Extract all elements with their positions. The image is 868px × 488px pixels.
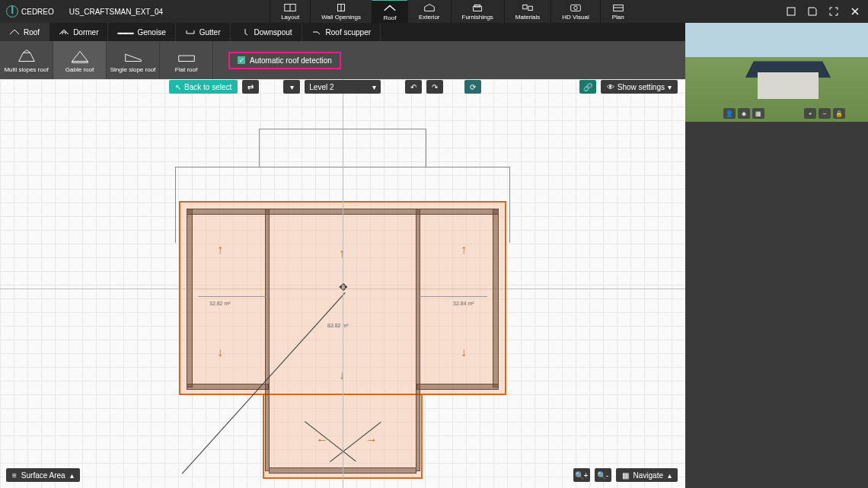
move-crosshair-icon[interactable]: ✥: [339, 281, 348, 293]
preview-3d[interactable]: 👤 ◈ ▦ + − 🔒: [685, 23, 868, 122]
redo-button[interactable]: ↷: [426, 80, 443, 94]
chevron-down-icon: ▾: [290, 83, 294, 91]
link-icon: 🔗: [583, 83, 592, 91]
preview-walk-button[interactable]: ◈: [738, 108, 750, 119]
arrow-down-icon: ↓: [461, 346, 467, 359]
arrow-down-icon: ↓: [217, 346, 223, 359]
save-button[interactable]: [806, 5, 819, 18]
refresh-button[interactable]: ⟳: [464, 80, 481, 94]
tab-plan[interactable]: Plan: [600, 0, 636, 23]
auto-detect-label: Automatic roof detection: [250, 56, 332, 65]
link-button[interactable]: 🔗: [579, 80, 596, 94]
checkbox-icon: ✓: [238, 56, 245, 64]
auto-detect-checkbox-area[interactable]: ✓ Automatic roof detection: [228, 52, 341, 69]
subtab-dormer[interactable]: Dormer: [49, 23, 108, 41]
svg-rect-12: [787, 8, 795, 15]
chevron-down-icon: ▾: [668, 83, 672, 91]
canvas-2d[interactable]: 32.82 m² 82.82 m² 32.84 m² ↑ ↑ ↑ ↓ ↓ ↓ ←…: [0, 79, 685, 488]
redo-icon: ↷: [432, 83, 438, 91]
tab-materials[interactable]: Materials: [504, 0, 550, 23]
undo-button[interactable]: ↶: [405, 80, 422, 94]
bottom-left-controls: ≡Surface Area▴: [6, 468, 80, 482]
genoise-icon: ▬▬▬: [117, 30, 133, 35]
svg-rect-7: [528, 6, 532, 10]
arrow-down-icon: ↓: [339, 368, 345, 382]
tab-wall-openings[interactable]: Wall Openings: [310, 0, 372, 23]
tab-exterior[interactable]: Exterior: [407, 0, 451, 23]
side-panel: [685, 122, 868, 488]
arrow-right-icon: →: [365, 433, 378, 447]
preview-zoom-out-button[interactable]: −: [819, 108, 831, 119]
tab-hd-visual[interactable]: HD Visual: [550, 0, 599, 23]
surface-area-dropdown[interactable]: ≡Surface Area▴: [6, 468, 80, 482]
brand-name: CEDREO: [21, 8, 54, 16]
chevron-down-icon: ▾: [372, 83, 376, 91]
swap-icon: ⇄: [247, 83, 254, 91]
subtab-roof[interactable]: Roof: [0, 23, 49, 41]
logo-icon: [6, 5, 18, 18]
svg-point-9: [574, 6, 578, 10]
back-to-select-button[interactable]: ↖Back to select: [169, 80, 238, 94]
tool-multi-slopes[interactable]: Multi slopes roof: [0, 41, 53, 79]
tool-single-slope[interactable]: Single slope roof: [107, 41, 160, 79]
grid-icon: ▦: [622, 471, 629, 480]
area-right: 32.84 m²: [453, 301, 474, 306]
svg-rect-8: [571, 5, 581, 11]
subtab-roof-scupper[interactable]: Roof scupper: [302, 23, 381, 41]
chevron-up-icon: ▴: [70, 471, 74, 480]
pointer-icon: ↖: [175, 83, 181, 91]
tab-furnishings[interactable]: Furnishings: [451, 0, 504, 23]
close-button[interactable]: [848, 5, 862, 18]
refresh-icon: ⟳: [470, 83, 476, 91]
arrow-up-icon: ↑: [217, 243, 223, 257]
main-tabs: Layout Wall Openings Roof Exterior Furni…: [270, 0, 636, 23]
tool-flat-roof[interactable]: Flat roof: [160, 41, 213, 79]
house-model: [750, 57, 826, 99]
subtab-genoise[interactable]: ▬▬▬Genoise: [108, 23, 175, 41]
zoom-out-icon: 🔍-: [597, 471, 608, 480]
notes-button[interactable]: [784, 5, 798, 18]
fullscreen-button[interactable]: [827, 5, 841, 18]
top-right-controls: [784, 5, 862, 18]
zoom-in-button[interactable]: 🔍+: [573, 468, 590, 482]
svg-rect-10: [613, 5, 623, 11]
swap-button[interactable]: ⇄: [242, 80, 259, 94]
level-down-button[interactable]: ▾: [283, 80, 300, 94]
menu-icon: ≡: [12, 471, 17, 480]
tab-layout[interactable]: Layout: [270, 0, 310, 23]
action-bar: ↖Back to select ⇄ ▾ Level 2▾ ↶ ↷ ⟳ 🔗 👁Sh…: [0, 79, 685, 94]
eye-icon: 👁: [607, 83, 614, 91]
subtab-gutter[interactable]: Gutter: [176, 23, 231, 41]
floor-plan: 32.82 m² 82.82 m² 32.84 m² ↑ ↑ ↑ ↓ ↓ ↓ ←…: [175, 129, 510, 448]
chevron-up-icon: ▴: [668, 471, 672, 480]
project-name: US_CRAFTSMAN_EXT_04: [69, 8, 163, 16]
area-center: 82.82 m²: [327, 323, 349, 328]
navigate-dropdown[interactable]: ▦Navigate▴: [616, 468, 678, 482]
preview-zoom-in-button[interactable]: +: [804, 108, 816, 119]
undo-icon: ↶: [410, 83, 416, 91]
show-settings-button[interactable]: 👁Show settings▾: [601, 80, 678, 94]
preview-lock-button[interactable]: 🔒: [833, 108, 845, 119]
arrow-up-icon: ↑: [339, 247, 345, 260]
tool-gable-roof[interactable]: Gable roof: [53, 41, 107, 79]
arrow-up-icon: ↑: [461, 243, 467, 257]
level-select[interactable]: Level 2▾: [305, 80, 381, 94]
preview-top-button[interactable]: ▦: [752, 108, 764, 119]
tab-roof[interactable]: Roof: [372, 0, 407, 23]
zoom-in-icon: 🔍+: [575, 471, 589, 480]
subtab-downspout[interactable]: Downspout: [231, 23, 302, 41]
top-bar: CEDREO US_CRAFTSMAN_EXT_04 Layout Wall O…: [0, 0, 868, 23]
zoom-out-button[interactable]: 🔍-: [595, 468, 611, 482]
svg-rect-6: [523, 5, 527, 8]
area-left: 32.82 m²: [209, 301, 231, 306]
bottom-right-controls: 🔍+ 🔍- ▦Navigate▴: [573, 468, 678, 482]
preview-person-button[interactable]: 👤: [723, 108, 736, 119]
brand-logo: CEDREO: [6, 5, 54, 18]
